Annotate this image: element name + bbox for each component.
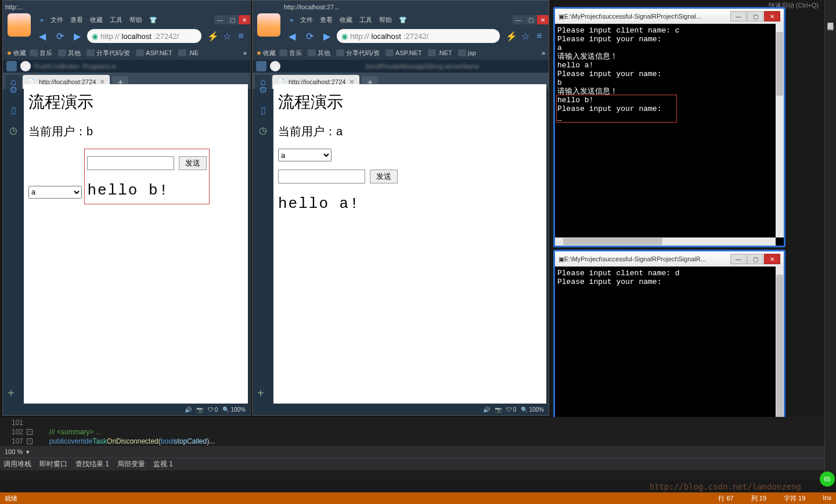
user-select[interactable]: a — [278, 149, 331, 161]
ext-icon[interactable] — [6, 61, 17, 71]
mobile-icon[interactable]: ▯ — [261, 105, 266, 116]
menu-view[interactable]: 查看 — [318, 16, 335, 24]
tab-immediate[interactable]: 即时窗口 — [39, 459, 67, 469]
title-bar[interactable]: http:... — [3, 1, 250, 13]
menu-tools[interactable]: 工具 — [357, 16, 374, 24]
forward-button[interactable]: ▶ — [70, 28, 85, 44]
bookmark-folder[interactable]: jsp — [456, 49, 478, 56]
refresh-button[interactable]: ⟳ — [302, 28, 317, 44]
minimize-button[interactable]: — — [730, 254, 747, 264]
bookmark-folder[interactable]: 分享代码/资 — [334, 49, 382, 57]
bookmark-folder[interactable]: ASP.NET — [134, 49, 175, 56]
gear-icon[interactable]: ⚙ — [9, 84, 17, 95]
close-button[interactable]: ✕ — [764, 11, 780, 21]
menu-icon[interactable]: ≡ — [534, 31, 545, 42]
bookmark-folder[interactable]: 音乐 — [27, 49, 55, 57]
maximize-button[interactable]: ▢ — [525, 15, 536, 24]
console-titlebar[interactable]: ▣ E:\MyProject\successful-SignalRProject… — [555, 251, 784, 267]
avatar-icon[interactable] — [257, 13, 280, 37]
ext-icon[interactable] — [270, 61, 280, 71]
bookmark-folder[interactable]: ASP.NET — [383, 49, 424, 56]
star-icon[interactable]: ☆ — [221, 31, 233, 42]
maximize-button[interactable]: ▢ — [226, 15, 238, 24]
tab-callstack[interactable]: 调用堆栈 — [3, 459, 31, 469]
console-titlebar[interactable]: ▣ E:\MyProject\successful-SignalRProject… — [555, 9, 784, 24]
clock-icon[interactable]: ◷ — [259, 125, 267, 136]
vertical-scrollbar[interactable] — [776, 24, 784, 237]
expand-button[interactable]: » — [243, 49, 247, 56]
tshirt-icon[interactable]: 👕 — [147, 16, 160, 24]
volume-icon[interactable]: 🔊 — [185, 406, 192, 413]
ext-icon[interactable] — [256, 61, 266, 71]
menu-fav[interactable]: 收藏 — [337, 16, 355, 24]
add-button[interactable]: + — [8, 387, 15, 400]
address-bar[interactable]: ◉ http://localhost:27242/ — [337, 29, 500, 43]
menu-file[interactable]: 文件 — [48, 16, 66, 24]
gear-icon[interactable]: ⚙ — [259, 84, 267, 95]
fav-star-icon[interactable]: ★ — [6, 49, 12, 57]
close-button[interactable]: ✕ — [239, 15, 250, 24]
bookmark-folder[interactable]: 分享代码/资 — [84, 49, 132, 57]
avatar-icon[interactable] — [8, 13, 31, 37]
chevron-right-icon[interactable]: » — [287, 16, 296, 23]
close-button[interactable]: ✕ — [537, 15, 549, 24]
menu-tools[interactable]: 工具 — [107, 16, 125, 24]
refresh-button[interactable]: ⟳ — [52, 28, 67, 44]
menu-view[interactable]: 查看 — [68, 16, 85, 24]
zoom-control[interactable]: 🔍100% — [521, 406, 544, 413]
minimize-button[interactable]: — — [513, 15, 524, 24]
message-input[interactable] — [278, 170, 365, 183]
menu-icon[interactable]: ≡ — [235, 31, 247, 42]
camera-icon[interactable]: 📷 — [196, 406, 203, 413]
bookmark-folder[interactable]: .NET — [426, 49, 455, 56]
add-button[interactable]: + — [257, 387, 264, 400]
zoom-control[interactable]: 🔍100% — [222, 406, 246, 413]
user-select[interactable]: a — [28, 186, 82, 199]
title-bar[interactable]: http://localhost:27... — [253, 1, 549, 13]
zoom-level[interactable]: 100 % — [5, 448, 23, 455]
tab-find-results[interactable]: 查找结果 1 — [75, 459, 109, 469]
code-editor[interactable]: 101 102+ /// <summary> ... 107+ public o… — [0, 417, 836, 446]
menu-help[interactable]: 帮助 — [377, 16, 394, 24]
notification-badge[interactable]: 65 — [820, 471, 835, 487]
shield-icon[interactable]: 🛡0 — [506, 406, 517, 413]
bookmarks-label[interactable]: 收藏 — [263, 49, 276, 57]
fold-icon[interactable]: + — [27, 438, 33, 444]
back-button[interactable]: ◀ — [284, 28, 300, 44]
bookmark-folder[interactable]: 其他 — [305, 49, 333, 57]
console-output[interactable]: Please input client name: c Please input… — [555, 24, 776, 237]
star-icon[interactable]: ☆ — [520, 31, 531, 42]
forward-button[interactable]: ▶ — [319, 28, 334, 44]
tab-locals[interactable]: 局部变量 — [117, 459, 145, 469]
bookmark-folder[interactable]: .NE — [176, 49, 201, 56]
minimize-button[interactable]: — — [214, 15, 226, 24]
tab-watch[interactable]: 监视 1 — [153, 459, 173, 469]
flash-icon[interactable]: ⚡ — [207, 31, 219, 42]
minimize-button[interactable]: — — [730, 11, 747, 21]
fav-star-icon[interactable]: ★ — [256, 49, 262, 57]
maximize-button[interactable]: ▢ — [747, 254, 763, 264]
tshirt-icon[interactable]: 👕 — [397, 16, 409, 24]
shield-icon[interactable]: 🛡0 — [208, 406, 218, 413]
menu-file[interactable]: 文件 — [298, 16, 315, 24]
horizontal-scrollbar[interactable] — [555, 237, 776, 246]
send-button[interactable]: 发送 — [179, 156, 207, 170]
bookmark-folder[interactable]: 其他 — [56, 49, 83, 57]
mobile-icon[interactable]: ▯ — [11, 105, 16, 116]
bookmarks-label[interactable]: 收藏 — [13, 49, 26, 57]
close-button[interactable]: ✕ — [764, 254, 780, 264]
fold-icon[interactable]: + — [27, 429, 33, 435]
back-button[interactable]: ◀ — [35, 28, 50, 44]
send-button[interactable]: 发送 — [370, 170, 398, 183]
right-sidebar[interactable]: 解决方案资源管理器 属性 — [824, 0, 836, 475]
maximize-button[interactable]: ▢ — [747, 11, 763, 21]
clock-icon[interactable]: ◷ — [9, 125, 17, 136]
volume-icon[interactable]: 🔊 — [483, 406, 490, 413]
flash-icon[interactable]: ⚡ — [506, 31, 517, 42]
address-bar[interactable]: ◉ http://localhost:27242/ — [87, 29, 201, 43]
bookmark-folder[interactable]: 音乐 — [277, 49, 304, 57]
camera-icon[interactable]: 📷 — [495, 406, 502, 413]
expand-button[interactable]: » — [542, 49, 545, 56]
menu-help[interactable]: 帮助 — [127, 16, 145, 24]
chevron-down-icon[interactable]: ▾ — [26, 448, 30, 456]
